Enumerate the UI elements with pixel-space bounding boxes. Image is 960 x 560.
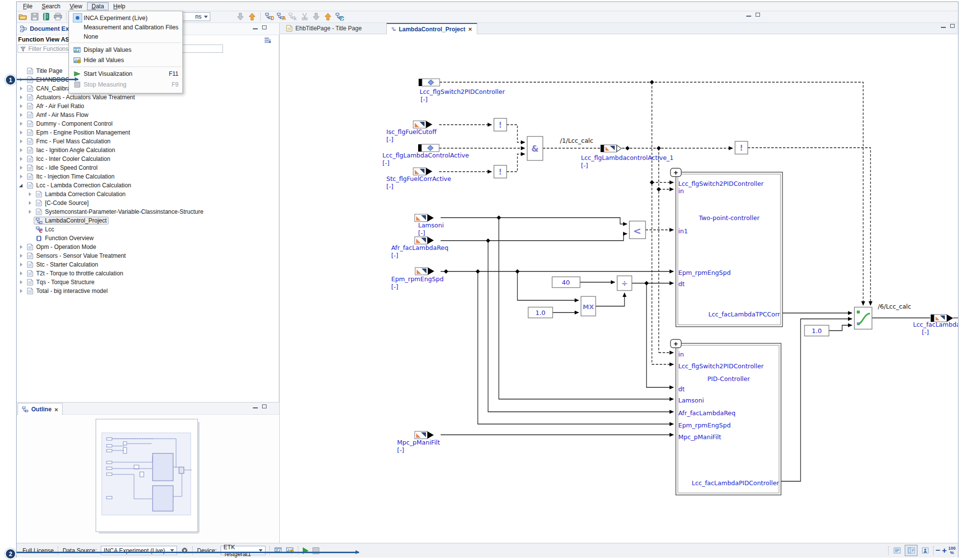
tree-item-epm-engine-position-management[interactable]: Epm - Engine Position Management xyxy=(18,128,272,137)
tree-item-sensors-sensor-value-treatment[interactable]: Sensors - Sensor Value Treatment xyxy=(18,251,272,260)
tree-item-isc-idle-speed-control[interactable]: Isc - Idle Speed Control xyxy=(18,163,272,172)
menu-item-display-all-values[interactable]: Display all Values xyxy=(69,45,182,55)
diagram-x-icon[interactable] xyxy=(288,12,297,22)
tree-item-itc-injection-time-calculation[interactable]: Itc - Injection Time Calculation xyxy=(18,172,272,181)
expander-collapsed-icon[interactable] xyxy=(18,103,25,110)
expander-expanded-icon[interactable] xyxy=(18,182,25,189)
expander-collapsed-icon[interactable] xyxy=(18,85,25,92)
tree-item-stc-starter-calculation[interactable]: Stc - Starter Calculation xyxy=(18,260,272,269)
zoom-out-button[interactable]: − xyxy=(936,546,940,556)
minimize-icon[interactable] xyxy=(941,27,946,28)
hide-values-icon[interactable] xyxy=(286,546,294,555)
zoom-in-button[interactable]: + xyxy=(942,546,947,556)
menu-help[interactable]: Help xyxy=(109,2,130,10)
display-values-icon[interactable] xyxy=(274,546,282,555)
tree-item-icc-inter-cooler-calculation[interactable]: Icc - Inter Cooler Calculation xyxy=(18,155,272,163)
nav-up2-icon[interactable] xyxy=(323,12,333,22)
port-lamsoni[interactable] xyxy=(415,214,434,222)
port-isc-flgfuelcutoff[interactable] xyxy=(413,121,432,128)
expander-collapsed-icon[interactable] xyxy=(18,244,25,250)
expander-collapsed-icon[interactable] xyxy=(18,156,25,162)
port-lcc-flglambdacontrolactive[interactable] xyxy=(418,144,439,152)
port-afr-faclambdareq[interactable] xyxy=(415,237,434,244)
open-file-icon[interactable] xyxy=(18,12,27,22)
tree-item-iac-ignition-angle-calculation[interactable]: Iac - Ignition Angle Calculation xyxy=(18,146,272,155)
cut-icon[interactable] xyxy=(300,12,309,22)
expander-collapsed-icon[interactable] xyxy=(18,147,25,154)
tree-item-lambda-correction-calculation[interactable]: Lambda Correction Calculation xyxy=(18,190,272,199)
save-icon[interactable] xyxy=(30,12,39,22)
print-icon[interactable] xyxy=(53,12,63,22)
library-icon[interactable] xyxy=(42,12,51,22)
view-document-button[interactable] xyxy=(891,545,903,556)
tree-item-afr-air-fuel-ratio[interactable]: Afr - Air Fuel Ratio xyxy=(18,102,272,111)
maximize-icon[interactable] xyxy=(950,24,955,28)
expander-collapsed-icon[interactable] xyxy=(18,261,25,268)
menu-item-inca-experiment-live[interactable]: INCA Experiment (Live) xyxy=(69,13,182,22)
expander-collapsed-icon[interactable] xyxy=(18,288,25,294)
expander-collapsed-icon[interactable] xyxy=(18,252,25,259)
tree-item-function-overview[interactable]: Function Overview xyxy=(18,234,272,243)
outline-tab[interactable]: Outline × xyxy=(18,403,63,415)
menu-item-none[interactable]: None xyxy=(69,32,182,41)
diagram-refresh-icon[interactable] xyxy=(335,12,344,22)
expander-collapsed-icon[interactable] xyxy=(18,120,25,127)
data-source-select[interactable]: INCA Experiment (Live) xyxy=(101,546,177,555)
port-lcc-flgswitch2pid[interactable] xyxy=(419,79,440,86)
minimize-icon[interactable] xyxy=(253,407,258,408)
tree-item-t2t-torque-to-throttle-calculation[interactable]: T2t - Torque to throttle calculation xyxy=(18,269,272,278)
expander-collapsed-icon[interactable] xyxy=(18,270,25,277)
menu-item-start-visualization[interactable]: Start VisualizationF11 xyxy=(69,68,182,79)
port-out-lambdacontrolactive[interactable] xyxy=(601,145,617,152)
tree-item-lcc-lambda-correction-calculation[interactable]: Lcc - Lambda Correction Calculation xyxy=(18,181,272,190)
expander-collapsed-icon[interactable] xyxy=(26,208,34,215)
diagram-a-icon[interactable]: A xyxy=(276,12,286,22)
nav-down2-icon[interactable] xyxy=(312,12,321,22)
close-icon[interactable]: × xyxy=(468,26,472,32)
tree-item-actuators-actuators-value-treatment[interactable]: Actuators - Actuators Value Treatment xyxy=(18,93,272,102)
tree-item-amf-air-mass-flow[interactable]: Amf - Air Mass Flow xyxy=(18,111,272,119)
expander-collapsed-icon[interactable] xyxy=(26,191,34,198)
view-split-button[interactable] xyxy=(905,545,917,556)
diagram-d-icon[interactable]: D xyxy=(265,12,274,22)
tree-item-total-big-interactive-model[interactable]: Total - big interactive model xyxy=(18,287,272,295)
expander-collapsed-icon[interactable] xyxy=(18,112,25,118)
two-point-controller-block[interactable] xyxy=(676,172,782,327)
menu-item-measurement-and-calibration-files[interactable]: Measurement and Calibration Files xyxy=(69,22,182,32)
close-icon[interactable]: × xyxy=(54,406,58,413)
menu-item-hide-all-values[interactable]: Hide all Values xyxy=(69,55,182,65)
expander-collapsed-icon[interactable] xyxy=(26,200,34,206)
maximize-icon[interactable] xyxy=(262,404,267,408)
port-mpc-pmanifilt[interactable] xyxy=(415,431,434,439)
expander-collapsed-icon[interactable] xyxy=(18,164,25,171)
menu-view[interactable]: View xyxy=(65,2,87,10)
expander-collapsed-icon[interactable] xyxy=(18,279,25,286)
tree-item-opm-operation-mode[interactable]: Opm - Operation Mode xyxy=(18,243,272,251)
tree-item-c-code-source[interactable]: [C-Code Source] xyxy=(18,199,272,207)
outline-thumbnail[interactable] xyxy=(93,418,205,538)
nav-up-icon[interactable] xyxy=(247,12,257,22)
port-stc-flgfuelcorractive[interactable] xyxy=(413,168,432,175)
tab-lambdacontrol-project[interactable]: LambdaControl_Project × xyxy=(386,22,477,34)
tree-item-lambdacontrol-project[interactable]: LambdaControl_Project xyxy=(18,216,272,225)
menu-file[interactable]: File xyxy=(19,2,37,10)
device-select[interactable]: ETK Testgerät1 xyxy=(221,546,266,555)
nav-down-icon[interactable] xyxy=(236,12,245,22)
minimize-icon[interactable] xyxy=(253,28,258,29)
maximize-icon[interactable] xyxy=(262,25,267,29)
tree-item-dummy-component-control[interactable]: Dummy - Component Control xyxy=(18,119,272,128)
tree-item-tqs-torque-structure[interactable]: Tqs - Torque Structure xyxy=(18,278,272,287)
expander-collapsed-icon[interactable] xyxy=(18,173,25,180)
tree-item-lcc[interactable]: CLcc xyxy=(18,225,272,234)
expander-collapsed-icon[interactable] xyxy=(18,138,25,145)
expander-collapsed-icon[interactable] xyxy=(18,129,25,136)
tree-item-fmc-fuel-mass-calculation[interactable]: Fmc - Fuel Mass Calculation xyxy=(18,137,272,146)
view-person-button[interactable] xyxy=(919,545,932,556)
menu-search[interactable]: Search xyxy=(37,2,65,10)
menu-data[interactable]: Data xyxy=(87,2,108,10)
view-options-icon[interactable] xyxy=(264,37,271,44)
port-epm-rpmengspd[interactable] xyxy=(415,268,434,275)
expander-collapsed-icon[interactable] xyxy=(18,94,25,101)
tree-item-systemconstant-parameter-variable-classi[interactable]: Systemconstant-Parameter-Variable-Classi… xyxy=(18,207,272,216)
maximize-icon[interactable] xyxy=(756,13,760,17)
